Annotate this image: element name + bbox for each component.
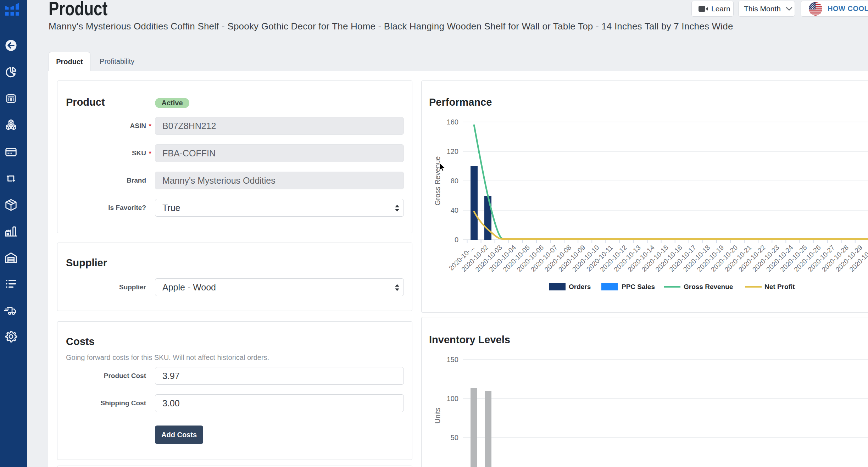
svg-text:Orders: Orders: [569, 283, 591, 290]
svg-text:Net Profit: Net Profit: [764, 283, 795, 290]
svg-text:150: 150: [447, 356, 458, 363]
svg-text:50: 50: [451, 434, 458, 441]
svg-text:0: 0: [455, 236, 458, 244]
svg-text:160: 160: [447, 118, 458, 126]
svg-text:100: 100: [447, 395, 458, 402]
svg-text:Units: Units: [434, 407, 441, 424]
svg-text:120: 120: [447, 148, 458, 155]
svg-text:Gross Revenue: Gross Revenue: [684, 283, 733, 290]
svg-text:PPC Sales: PPC Sales: [622, 283, 655, 290]
svg-text:40: 40: [451, 206, 458, 214]
svg-text:80: 80: [451, 177, 458, 185]
